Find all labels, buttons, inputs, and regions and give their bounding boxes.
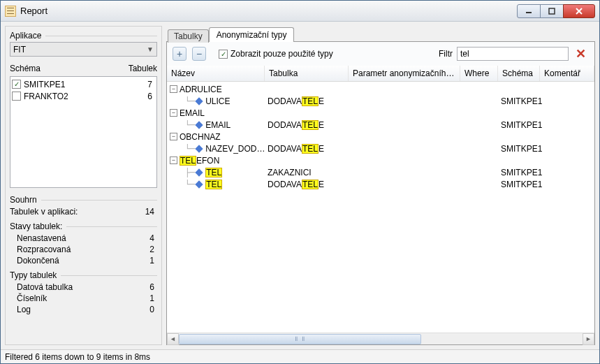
maximize-button[interactable] [540, 4, 564, 18]
schema-count: 7 [141, 80, 155, 89]
branch-icon: └─ [170, 180, 195, 189]
checkbox-icon: ✓ [219, 50, 228, 59]
collapse-icon[interactable]: − [170, 156, 177, 164]
schema-label: Schéma [10, 64, 41, 73]
schema-name: SMITKPE1 [24, 80, 138, 89]
summary-group-label: Souhrn [10, 195, 157, 205]
status-text: Filtered 6 items down to 9 items in 8ms [5, 352, 150, 362]
close-icon [575, 7, 583, 15]
group-label: EMAIL [180, 108, 205, 118]
col-koment[interactable]: Komentář [540, 66, 594, 81]
tree-item[interactable]: └─ NAZEV_DOD… DODAVATELE SMITKPE1 [167, 143, 594, 154]
x-icon: ✕ [576, 47, 586, 61]
item-schema: SMITKPE1 [501, 180, 543, 189]
add-button[interactable]: + [173, 47, 186, 61]
tree-group[interactable]: − OBCHNAZ [167, 131, 594, 143]
schema-row[interactable]: FRANKTO2 6 [12, 90, 155, 102]
filter-label: Filtr [439, 49, 453, 59]
item-schema: SMITKPE1 [501, 96, 543, 106]
item-tabulka: DODAVATELE [268, 96, 351, 106]
minimize-button[interactable] [517, 4, 541, 18]
col-nazev[interactable]: Název [167, 66, 265, 81]
tabulek-label: Tabulek [129, 64, 157, 73]
tab-tabulky[interactable]: Tabulky [168, 29, 209, 43]
branch-icon: └─ [170, 144, 195, 154]
minimize-icon [525, 8, 532, 15]
scroll-left-icon[interactable]: ◄ [167, 333, 179, 345]
tab-body: + − ✓ Zobrazit pouze použité typy Filtr … [166, 41, 595, 345]
branch-icon: └─ [170, 96, 195, 106]
item-tabulka: ZAKAZNICI [268, 168, 351, 177]
summary-row: Číselník1 [10, 293, 157, 304]
summary-row: Datová tabulka6 [10, 282, 157, 293]
tree-group[interactable]: − EMAIL [167, 107, 594, 119]
window-buttons [518, 4, 595, 18]
checkbox-icon[interactable] [12, 92, 21, 101]
collapse-icon[interactable]: − [170, 85, 177, 93]
summary-total-row: Tabulek v aplikaci: 14 [10, 206, 157, 217]
tabs: Tabulky Anonymizační typy [166, 26, 595, 41]
col-where[interactable]: Where [460, 66, 498, 81]
col-param[interactable]: Parametr anonymizačního typu [349, 66, 460, 81]
item-schema: SMITKPE1 [501, 144, 543, 154]
item-tabulka: DODAVATELE [268, 144, 351, 154]
minus-icon: − [196, 49, 202, 59]
checkbox-icon[interactable]: ✓ [12, 80, 21, 89]
diamond-icon [195, 97, 203, 105]
maximize-icon [548, 8, 555, 15]
tree-item[interactable]: └─ ULICE DODAVATELE SMITKPE1 [167, 95, 594, 107]
branch-icon: └─ [170, 120, 195, 130]
app-combo[interactable]: FIT ▼ [10, 42, 157, 57]
scroll-right-icon[interactable]: ► [583, 333, 594, 345]
branch-icon: ├─ [170, 168, 195, 177]
col-schema[interactable]: Schéma [498, 66, 540, 81]
toolbar: + − ✓ Zobrazit pouze použité typy Filtr … [167, 42, 594, 66]
schema-name: FRANKTO2 [24, 92, 138, 101]
app-group-label: Aplikace [10, 31, 157, 41]
item-name: EMAIL [205, 120, 231, 130]
scroll-track[interactable]: ꠱꠱ [179, 334, 583, 344]
collapse-icon[interactable]: − [170, 133, 177, 140]
schema-header: Schéma Tabulek [10, 64, 157, 73]
col-tabulka[interactable]: Tabulka [265, 66, 349, 81]
app-icon [5, 6, 16, 17]
diamond-icon [195, 145, 203, 152]
clear-filter-button[interactable]: ✕ [573, 46, 589, 61]
schema-list: ✓ SMITKPE1 7 FRANKTO2 6 [10, 76, 157, 188]
collapse-icon[interactable]: − [170, 109, 177, 117]
scroll-thumb[interactable]: ꠱꠱ [179, 334, 421, 344]
svg-rect-1 [549, 8, 555, 14]
tree-group[interactable]: − ADRULICE [167, 83, 594, 95]
chevron-down-icon: ▼ [147, 45, 154, 53]
item-tabulka: DODAVATELE [268, 120, 351, 130]
item-name: TEL [205, 168, 222, 177]
group-label: ADRULICE [180, 85, 222, 94]
tree-item[interactable]: └─ TEL DODAVATELE SMITKPE1 [167, 178, 594, 190]
remove-button[interactable]: − [192, 47, 206, 61]
item-name: TEL [205, 180, 222, 189]
tree-item[interactable]: ├─ TEL ZAKAZNICI SMITKPE1 [167, 166, 594, 178]
tree-group[interactable]: − TELEFON [167, 154, 594, 166]
item-tabulka: DODAVATELE [268, 180, 351, 189]
diamond-icon [195, 180, 203, 188]
plus-icon: + [177, 49, 182, 59]
show-used-checkbox[interactable]: ✓ Zobrazit pouze použité typy [219, 49, 333, 59]
schema-row[interactable]: ✓ SMITKPE1 7 [12, 78, 155, 90]
item-schema: SMITKPE1 [501, 168, 543, 177]
item-name: NAZEV_DOD… [205, 144, 265, 154]
summary-row: Log0 [10, 304, 157, 315]
schema-count: 6 [141, 92, 155, 101]
app-window: Report Aplikace FIT ▼ Schéma Tabulek [0, 0, 600, 364]
tab-anonymizacni-typy[interactable]: Anonymizační typy [209, 27, 295, 42]
tree-area: − ADRULICE └─ ULICE DODAVATELE [167, 82, 594, 333]
diamond-icon [195, 168, 203, 176]
close-button[interactable] [563, 4, 595, 18]
status-bar: Filtered 6 items down to 9 items in 8ms [1, 349, 599, 363]
app-combo-value: FIT [13, 45, 26, 54]
horizontal-scrollbar[interactable]: ◄ ꠱꠱ ► [167, 333, 594, 344]
filter-input[interactable] [457, 47, 569, 61]
item-schema: SMITKPE1 [501, 120, 543, 130]
group-label: OBCHNAZ [180, 132, 221, 142]
window-title: Report [20, 6, 518, 16]
tree-item[interactable]: └─ EMAIL DODAVATELE SMITKPE1 [167, 119, 594, 131]
